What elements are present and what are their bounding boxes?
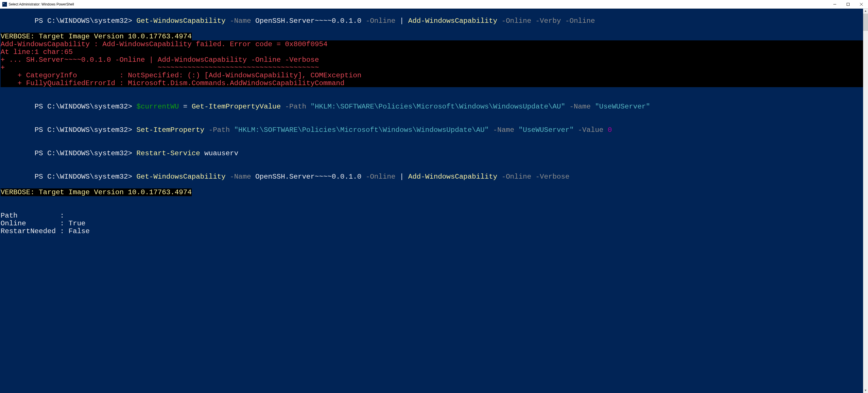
output-line: RestartNeeded : False	[1, 227, 863, 235]
scroll-thumb[interactable]	[863, 13, 868, 31]
output-line: Path :	[1, 212, 863, 220]
pipe: |	[400, 17, 408, 25]
output-line: Online : True	[1, 220, 863, 227]
error-text: + CategoryInfo : NotSpecified: (:) [Add-…	[1, 71, 362, 79]
param: -Verb	[536, 173, 557, 181]
param: -Name	[225, 173, 255, 181]
error-text: At line:1 char:65	[1, 48, 73, 56]
client-area: PS C:\WINDOWS\system32> Get-WindowsCapab…	[0, 9, 868, 393]
param: -Online	[497, 17, 535, 25]
close-button[interactable]	[855, 0, 868, 9]
param: -Online	[362, 173, 400, 181]
param: -Name	[489, 126, 519, 134]
blank-line	[1, 204, 863, 212]
blank-line	[1, 196, 863, 204]
error-text: + ... SH.Server~~~~0.0.1.0 -Online | Add…	[1, 56, 319, 64]
cmdlet: Get-WindowsCapability	[136, 173, 225, 181]
scroll-down-button[interactable]: ▼	[863, 388, 868, 393]
cmdlet: Add-WindowsCapability	[408, 173, 497, 181]
arg: OpenSSH.Server~~~~0.0.1.0	[255, 17, 362, 25]
string: "UseWUSer	[519, 126, 557, 134]
number: 0	[608, 126, 612, 134]
error-text: + FullyQualifiedErrorId : Microsoft.Dism…	[1, 79, 344, 87]
error-text: + ~~~~~~~~~~~~~~~~~~~~~~~~~~~~~~~~~~~~~~	[1, 64, 319, 71]
param: -Verb	[536, 17, 557, 25]
cmd-line: PS C:\WINDOWS\system32> Get-WindowsCapab…	[1, 9, 863, 33]
vertical-scrollbar[interactable]: ▲ ▼	[863, 9, 868, 393]
cmd-line: PS C:\WINDOWS\system32> Get-WindowsCapab…	[1, 165, 863, 189]
cmdlet: Get-ItemPropertyValue	[192, 103, 281, 110]
param: -Online	[561, 17, 595, 25]
minimize-icon	[833, 3, 836, 6]
error-block: Add-WindowsCapability : Add-WindowsCapab…	[1, 40, 863, 87]
verbose-text: VERBOSE: Target Image Version 10.0.17763…	[1, 189, 192, 196]
verbose-line: VERBOSE: Target Image Version 10.0.17763…	[1, 33, 863, 40]
verbose-line: VERBOSE: Target Image Version 10.0.17763…	[1, 189, 863, 196]
prompt: PS C:\WINDOWS\system32>	[35, 103, 136, 110]
titlebar[interactable]: Select Administrator: Windows PowerShell	[0, 0, 868, 9]
string: "HKLM:\SOFTWARE\Policies\Microsoft\Windo…	[234, 126, 489, 134]
minimize-button[interactable]	[828, 0, 841, 9]
blank-line	[1, 87, 863, 95]
param: -Online	[497, 173, 535, 181]
error-text: Add-WindowsCapability : Add-WindowsCapab…	[1, 40, 328, 48]
maximize-icon	[847, 3, 849, 6]
param: ose	[557, 173, 569, 181]
cmdlet: Set-ItemProperty	[136, 126, 204, 134]
arg: OpenSSH.Server~~~~0.0.1.0	[255, 173, 362, 181]
param: -Name	[225, 17, 255, 25]
pipe: |	[400, 173, 408, 181]
svg-rect-1	[847, 3, 849, 5]
variable: $currentWU	[136, 103, 179, 110]
param: -Online	[362, 17, 400, 25]
cmd-line: PS C:\WINDOWS\system32> Restart-Service …	[1, 142, 863, 165]
op: =	[179, 103, 192, 110]
close-icon	[860, 3, 863, 6]
console-output[interactable]: PS C:\WINDOWS\system32> Get-WindowsCapab…	[0, 9, 863, 393]
prompt: PS C:\WINDOWS\system32>	[35, 173, 136, 181]
string: "HKLM:\SOFTWARE\Policies\Microsoft\Windo…	[310, 103, 557, 110]
string: U"	[557, 103, 565, 110]
maximize-button[interactable]	[841, 0, 855, 9]
scroll-track[interactable]	[863, 13, 868, 388]
param: -Path	[281, 103, 310, 110]
param: y	[557, 17, 561, 25]
scroll-up-button[interactable]: ▲	[863, 9, 868, 13]
powershell-icon	[2, 2, 7, 7]
cmdlet: Restart-Service	[136, 150, 200, 157]
powershell-window: Select Administrator: Windows PowerShell…	[0, 0, 868, 393]
param: -Name	[565, 103, 595, 110]
cmdlet: Get-WindowsCapability	[136, 17, 225, 25]
string: "UseWUServer"	[595, 103, 650, 110]
prompt: PS C:\WINDOWS\system32>	[35, 17, 136, 25]
param: -Value	[574, 126, 608, 134]
window-title: Select Administrator: Windows PowerShell	[9, 2, 74, 6]
arg: wuauserv	[200, 150, 238, 157]
verbose-text: VERBOSE: Target Image Version 10.0.17763…	[1, 33, 192, 40]
prompt: PS C:\WINDOWS\system32>	[35, 150, 136, 157]
param: -Path	[205, 126, 234, 134]
cmdlet: Add-WindowsCapability	[408, 17, 497, 25]
string: ver"	[557, 126, 574, 134]
cmd-line: PS C:\WINDOWS\system32> $currentWU = Get…	[1, 95, 863, 118]
prompt: PS C:\WINDOWS\system32>	[35, 126, 136, 134]
cmd-line: PS C:\WINDOWS\system32> Set-ItemProperty…	[1, 118, 863, 142]
